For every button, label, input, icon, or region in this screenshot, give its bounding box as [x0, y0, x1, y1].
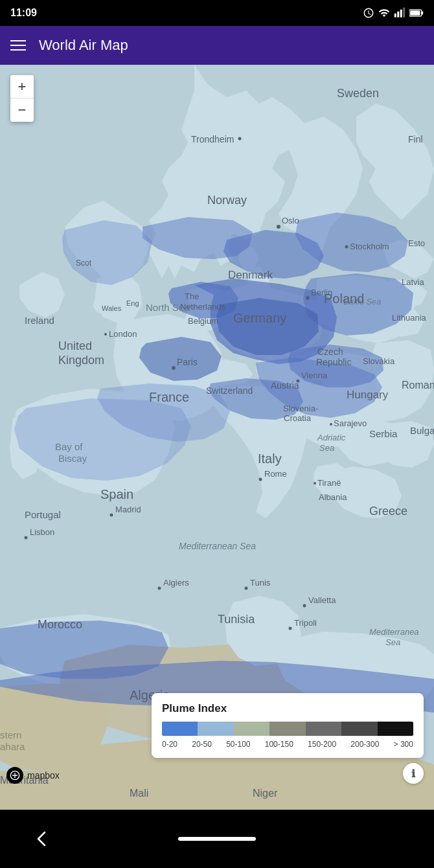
label-netherlands2: Netherlands	[180, 302, 226, 312]
label-germany: Germany	[233, 311, 286, 325]
svg-point-11	[104, 333, 107, 336]
svg-point-18	[25, 536, 28, 540]
legend-seg-1	[198, 722, 233, 736]
svg-point-23	[314, 482, 316, 485]
label-paris: Paris	[177, 357, 198, 367]
label-london: London	[109, 329, 137, 339]
status-bar: 11:09	[0, 0, 434, 26]
label-czech: Czech	[317, 347, 343, 357]
label-austria: Austria	[271, 380, 299, 391]
label-switzerland: Switzerland	[206, 385, 253, 396]
label-valletta: Valletta	[308, 595, 336, 605]
legend-label-1: 20-50	[192, 740, 212, 749]
svg-point-8	[238, 137, 242, 141]
label-slovenia: Slovenia-	[283, 404, 318, 413]
label-italy: Italy	[258, 451, 282, 466]
legend-seg-6	[378, 722, 413, 736]
svg-point-15	[259, 478, 262, 481]
label-tunisia: Tunisia	[218, 613, 255, 626]
battery-icon	[409, 8, 424, 17]
label-latvia: Latvia	[402, 277, 424, 287]
label-tripoli: Tripoli	[294, 618, 317, 628]
label-rome: Rome	[264, 469, 287, 479]
legend-label-3: 100-150	[265, 740, 293, 749]
label-france: France	[149, 390, 189, 404]
home-pill[interactable]	[178, 837, 256, 841]
app-bar: World Air Map	[0, 26, 434, 65]
label-united-kingdom2: Kingdom	[58, 354, 104, 367]
menu-button[interactable]	[10, 40, 26, 51]
back-button[interactable]	[32, 830, 51, 848]
label-oslo: Oslo	[282, 216, 299, 225]
legend-seg-4	[306, 722, 341, 736]
label-albania: Albania	[319, 492, 347, 502]
label-denmark: Denmark	[228, 269, 273, 281]
label-sarajevo: Sarajevo	[334, 418, 367, 428]
label-hungary: Hungary	[347, 389, 389, 401]
legend-seg-5	[341, 722, 377, 736]
label-stockholm: Stockholm	[350, 242, 389, 251]
status-icons	[363, 7, 424, 19]
svg-point-14	[297, 380, 300, 383]
signal-icon	[394, 7, 405, 19]
svg-rect-0	[394, 14, 396, 17]
legend-seg-0	[162, 722, 198, 736]
svg-rect-1	[397, 12, 399, 17]
label-finland: Finl	[408, 134, 423, 144]
legend-label-2: 50-100	[226, 740, 250, 749]
label-morocco: Morocco	[38, 618, 82, 631]
legend-seg-3	[269, 722, 305, 736]
zoom-in-button[interactable]: +	[10, 75, 34, 98]
alarm-icon	[363, 7, 374, 19]
back-arrow-icon	[36, 830, 47, 848]
svg-point-20	[245, 587, 248, 590]
label-england: Eng	[126, 299, 139, 307]
svg-rect-2	[400, 10, 402, 17]
label-mali: Mali	[130, 788, 148, 799]
label-ireland: Ireland	[25, 315, 54, 326]
legend-label-5: 200-300	[350, 740, 379, 749]
svg-point-9	[277, 225, 280, 229]
label-czech2: Republic	[316, 357, 351, 367]
label-serbia: Serbia	[369, 428, 398, 439]
mapbox-logo	[6, 767, 23, 784]
svg-rect-5	[422, 11, 424, 14]
legend-label-4: 150-200	[308, 740, 336, 749]
zoom-out-button[interactable]: −	[10, 98, 34, 122]
map-container[interactable]: Sweden Trondheim Norway Oslo Stockholm F…	[0, 65, 434, 810]
label-madrid: Madrid	[115, 505, 141, 514]
label-sweden: Sweden	[337, 87, 379, 100]
wifi-icon	[378, 7, 390, 19]
svg-point-17	[110, 514, 113, 517]
label-norway: Norway	[207, 194, 247, 207]
label-belgium: Belgium	[188, 316, 218, 326]
svg-point-22	[289, 627, 292, 630]
legend-labels: 0-20 20-50 50-100 100-150 150-200 200-30…	[162, 740, 413, 749]
label-lisbon: Lisbon	[30, 527, 54, 537]
label-portugal: Portugal	[25, 509, 61, 520]
label-tirane: Tiranë	[317, 478, 341, 488]
label-niger: Niger	[253, 788, 278, 799]
label-sahara2: ahara	[0, 741, 25, 752]
label-slovakia: Slovakia	[363, 356, 395, 366]
nav-bar	[0, 810, 434, 868]
label-algiers: Algiers	[163, 578, 189, 588]
label-wales: Wales	[102, 304, 122, 312]
svg-point-12	[306, 296, 310, 300]
legend-title: Plume Index	[162, 702, 413, 715]
status-time: 11:09	[10, 7, 37, 19]
label-netherlands: The	[185, 291, 199, 301]
info-button[interactable]: ℹ	[403, 763, 424, 784]
label-poland: Poland	[324, 291, 364, 306]
svg-point-21	[303, 604, 306, 608]
label-croatia: Croatia	[284, 413, 312, 423]
label-scotland: Scot	[76, 258, 92, 268]
label-united-kingdom: United	[58, 339, 92, 352]
label-sahara: stern	[0, 729, 21, 740]
label-tunis: Tunis	[250, 578, 271, 588]
label-bay-of-biscay: Bay of	[55, 441, 83, 452]
label-med-sea: Mediterranean Sea	[179, 541, 256, 551]
mapbox-attribution: mapbox	[6, 767, 60, 784]
svg-point-16	[330, 423, 332, 426]
label-bulgaria: Bulgar	[410, 425, 434, 436]
